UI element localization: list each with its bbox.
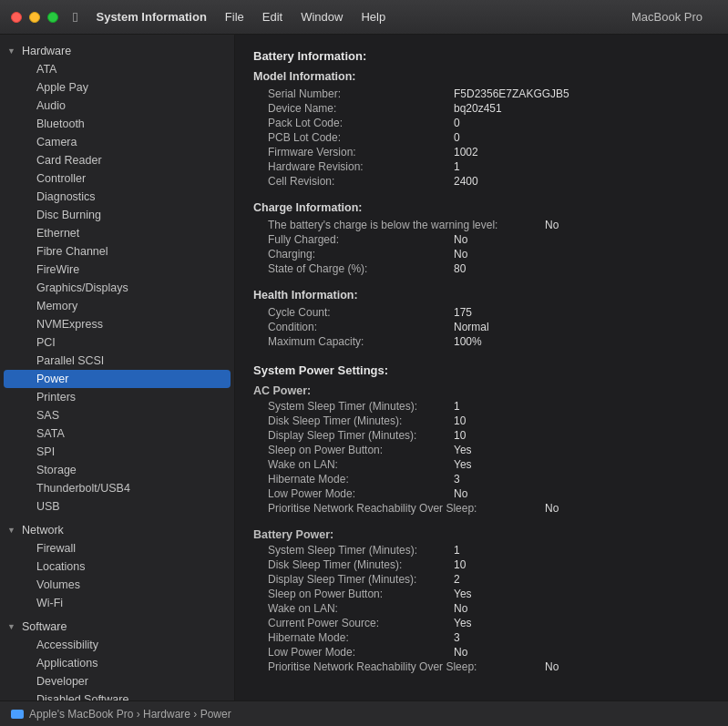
info-row: Sleep on Power Button: Yes [253,587,710,601]
ac-system-sleep-label: System Sleep Timer (Minutes): [253,400,454,413]
info-row: Condition: Normal [253,320,710,334]
sidebar-item-applications[interactable]: Applications [4,654,231,672]
pack-lot-label: Pack Lot Code: [253,117,454,129]
sidebar-item-nvmexpress[interactable]: NVMExpress [4,315,231,333]
charging-label: Charging: [253,248,454,261]
device-name-label: Device Name: [253,102,454,115]
ac-display-sleep-value: 10 [454,429,466,442]
menu-app-title[interactable]: System Information [88,8,213,26]
sidebar-item-firewall[interactable]: Firewall [4,539,231,557]
sidebar-item-ata[interactable]: ATA [4,60,231,78]
sidebar-item-memory[interactable]: Memory [4,297,231,315]
fully-charged-value: No [454,233,467,246]
close-button[interactable] [11,12,22,23]
sidebar-item-diagnostics[interactable]: Diagnostics [4,188,231,206]
chevron-down-icon-network: ▼ [7,526,18,535]
sidebar-item-sata[interactable]: SATA [4,424,231,443]
info-row: The battery's charge is below the warnin… [253,218,710,232]
battery-power-label: Battery Power: [253,528,710,541]
hardware-revision-value: 1 [454,160,460,173]
menu-window[interactable]: Window [293,8,350,26]
ac-wake-on-lan-value: Yes [454,458,472,471]
bat-disk-sleep-label: Disk Sleep Timer (Minutes): [253,558,454,571]
system-power-title: System Power Settings: [253,363,710,377]
sidebar-section-network[interactable]: ▼ Network [0,521,234,539]
sidebar-item-printers[interactable]: Printers [4,388,231,406]
sidebar-item-audio[interactable]: Audio [4,97,231,115]
info-row: Prioritise Network Reachability Over Sle… [253,501,710,516]
ac-system-sleep-value: 1 [454,400,460,413]
sidebar-section-software[interactable]: ▼ Software [0,618,234,636]
max-capacity-value: 100% [454,335,482,348]
sidebar-item-volumes[interactable]: Volumes [4,576,231,594]
sidebar-item-locations[interactable]: Locations [4,557,231,576]
bat-system-sleep-value: 1 [454,544,460,557]
bat-hibernate-mode-value: 3 [454,631,460,644]
bat-display-sleep-label: Display Sleep Timer (Minutes): [253,573,454,586]
sidebar-item-cardreader[interactable]: Card Reader [4,151,231,169]
sidebar-section-network-label: Network [22,524,64,537]
sidebar-item-developer[interactable]: Developer [4,672,231,690]
pcb-lot-label: PCB Lot Code: [253,131,454,144]
sidebar-item-power[interactable]: Power [4,370,231,388]
info-row: Wake on LAN: Yes [253,457,710,472]
sidebar-item-applepay[interactable]: Apple Pay [4,78,231,97]
titlebar:  System Information File Edit Window He… [0,0,728,35]
sidebar-item-graphicsdisplays[interactable]: Graphics/Displays [4,279,231,297]
cell-revision-label: Cell Revision: [253,175,454,188]
sidebar-item-parallelscsi[interactable]: Parallel SCSI [4,352,231,370]
state-of-charge-label: State of Charge (%): [253,262,454,275]
menu-edit[interactable]: Edit [255,8,290,26]
ac-hibernate-mode-label: Hibernate Mode: [253,473,454,486]
sidebar-item-storage[interactable]: Storage [4,461,231,479]
sidebar-item-pci[interactable]: PCI [4,333,231,352]
sidebar-item-sas[interactable]: SAS [4,406,231,424]
info-row: Display Sleep Timer (Minutes): 10 [253,428,710,443]
macbook-icon [11,710,24,719]
menu-file[interactable]: File [218,8,251,26]
bat-display-sleep-value: 2 [454,573,460,586]
sidebar-item-thunderbolt[interactable]: Thunderbolt/USB4 [4,479,231,497]
sidebar-section-hardware[interactable]: ▼ Hardware [0,42,234,60]
sidebar-item-disabledsoftware[interactable]: Disabled Software [4,690,231,700]
bat-current-power-value: Yes [454,617,472,629]
info-row: Display Sleep Timer (Minutes): 2 [253,572,710,587]
bat-system-sleep-label: System Sleep Timer (Minutes): [253,544,454,557]
sidebar-item-camera[interactable]: Camera [4,133,231,151]
state-of-charge-value: 80 [454,262,466,275]
info-row: Device Name: bq20z451 [253,101,710,116]
info-row: State of Charge (%): 80 [253,261,710,276]
sidebar-item-discburning[interactable]: Disc Burning [4,206,231,224]
apple-logo-icon:  [73,9,77,25]
ac-disk-sleep-value: 10 [454,414,466,427]
serial-number-value: F5D2356E7ZAKGGJB5 [454,87,569,100]
ac-low-power-value: No [454,487,467,500]
bat-wake-on-lan-value: No [454,602,467,615]
pack-lot-value: 0 [454,117,460,129]
sidebar: ▼ Hardware ATA Apple Pay Audio Bluetooth… [0,35,235,700]
charge-info-label: Charge Information: [253,201,710,214]
sidebar-item-fibrechannel[interactable]: Fibre Channel [4,242,231,261]
info-row: Cell Revision: 2400 [253,174,710,189]
sidebar-item-firewire[interactable]: FireWire [4,261,231,279]
charge-below-label: The battery's charge is below the warnin… [253,219,545,231]
menu-help[interactable]: Help [354,8,393,26]
chevron-down-icon-software: ▼ [7,622,18,631]
maximize-button[interactable] [47,12,58,23]
sidebar-item-ethernet[interactable]: Ethernet [4,224,231,242]
minimize-button[interactable] [29,12,40,23]
cell-revision-value: 2400 [454,175,478,188]
sidebar-item-accessibility[interactable]: Accessibility [4,636,231,654]
battery-power-group: Battery Power: System Sleep Timer (Minut… [253,528,710,674]
sidebar-item-bluetooth[interactable]: Bluetooth [4,115,231,133]
firmware-value: 1002 [454,146,478,158]
sidebar-item-controller[interactable]: Controller [4,169,231,188]
health-info-label: Health Information: [253,289,710,302]
bat-current-power-label: Current Power Source: [253,617,454,629]
sidebar-item-wifi[interactable]: Wi-Fi [4,594,231,612]
info-row: Pack Lot Code: 0 [253,116,710,130]
sidebar-item-spi[interactable]: SPI [4,443,231,461]
bat-low-power-value: No [454,646,467,659]
sidebar-item-usb[interactable]: USB [4,497,231,516]
bat-hibernate-mode-label: Hibernate Mode: [253,631,454,644]
